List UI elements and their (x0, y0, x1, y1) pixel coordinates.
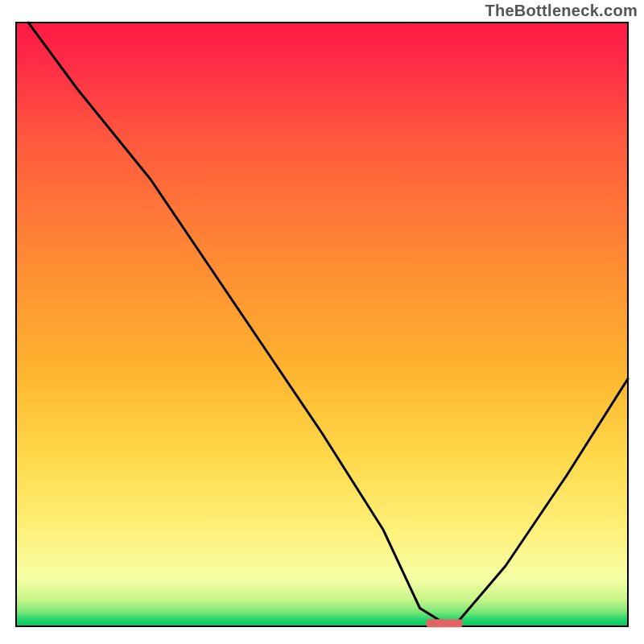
watermark-text: TheBottleneck.com (485, 2, 638, 20)
plot-background (16, 23, 628, 626)
chart-svg (0, 0, 644, 644)
optimal-range-marker (426, 619, 463, 627)
chart-stage: TheBottleneck.com (0, 0, 644, 644)
